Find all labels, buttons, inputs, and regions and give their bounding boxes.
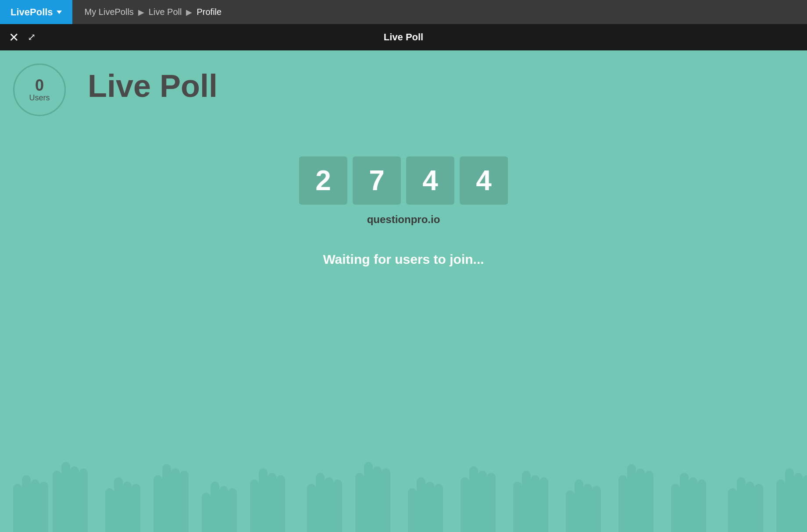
top-nav: LivePolls My LivePolls ▶ Live Poll ▶ Pro… — [0, 0, 807, 24]
center-area: 2 7 4 4 questionpro.io Waiting for users… — [13, 156, 794, 267]
digit-3: 4 — [406, 156, 454, 205]
breadcrumb: My LivePolls ▶ Live Poll ▶ Profile — [72, 7, 222, 17]
users-circle: 0 Users — [13, 64, 66, 116]
main-content: 0 Users Live Poll 2 7 4 4 questionpro.io… — [0, 50, 807, 532]
expand-icon[interactable]: ⤢ — [28, 32, 36, 43]
livepolls-brand-label: LivePolls — [11, 7, 53, 18]
code-digits: 2 7 4 4 — [299, 156, 508, 205]
digit-2: 7 — [353, 156, 401, 205]
users-label: Users — [29, 93, 50, 103]
livepolls-dropdown-button[interactable]: LivePolls — [0, 0, 72, 24]
breadcrumb-sep-2: ▶ — [186, 7, 192, 17]
page-title: Live Poll — [88, 68, 794, 104]
breadcrumb-item-2[interactable]: Live Poll — [149, 7, 182, 17]
toolbar-title: Live Poll — [384, 32, 423, 43]
digit-4: 4 — [460, 156, 508, 205]
waiting-text: Waiting for users to join... — [323, 252, 484, 267]
breadcrumb-item-3[interactable]: Profile — [196, 7, 221, 17]
close-icon[interactable]: ✕ — [9, 30, 19, 45]
digit-1: 2 — [299, 156, 347, 205]
breadcrumb-sep-1: ▶ — [138, 7, 144, 17]
breadcrumb-item-1[interactable]: My LivePolls — [85, 7, 134, 17]
users-count: 0 — [35, 78, 44, 93]
code-url: questionpro.io — [367, 213, 440, 226]
toolbar: ✕ ⤢ Live Poll — [0, 24, 807, 50]
hands-silhouette — [0, 436, 807, 532]
dropdown-caret-icon — [57, 11, 62, 14]
